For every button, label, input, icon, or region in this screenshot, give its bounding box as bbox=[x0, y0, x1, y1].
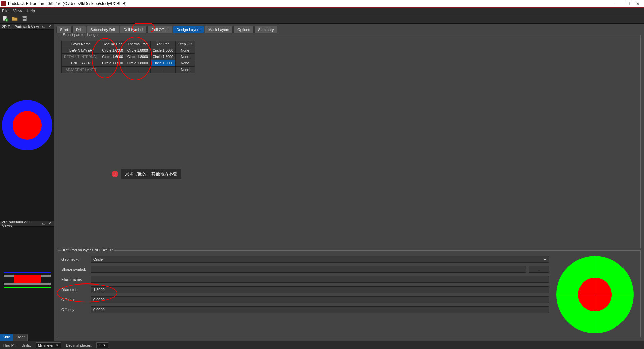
edit-pad-group: Anti Pad on layer END LAYER Geometry: Ci… bbox=[58, 250, 641, 337]
geometry-label: Geometry: bbox=[61, 257, 88, 261]
maximize-button[interactable]: ☐ bbox=[626, 1, 630, 6]
select-pad-title: Select pad to change bbox=[61, 33, 99, 37]
open-folder-icon[interactable] bbox=[11, 15, 18, 22]
undock-icon[interactable]: ▭ bbox=[41, 24, 46, 29]
geometry-select[interactable]: Circle▼ bbox=[91, 256, 549, 263]
svg-rect-4 bbox=[23, 16, 26, 18]
shape-symbol-label: Shape symbol: bbox=[61, 267, 88, 271]
status-bar: Thru Pin Units: Millimeter▼ Decimal plac… bbox=[0, 341, 644, 349]
side-view-panel-header: 2D Padstack Side Views ▭ ✕ bbox=[0, 221, 54, 227]
table-row[interactable]: DEFAULT INTERNAL Circle 1.6000 Circle 1.… bbox=[62, 54, 195, 60]
table-row[interactable]: ADJACENT LAYER - - - None bbox=[62, 67, 195, 73]
decimal-places-label: Decimal places: bbox=[66, 343, 92, 347]
close-panel-icon[interactable]: ✕ bbox=[47, 221, 52, 226]
new-file-icon[interactable]: + bbox=[2, 15, 9, 22]
tab-drill-symbol[interactable]: Drill Symbol bbox=[120, 26, 147, 33]
tab-drill-offset[interactable]: Drill Offset bbox=[147, 26, 172, 33]
side-padstack-view: Side Front bbox=[0, 227, 54, 341]
pad-outer-circle bbox=[2, 100, 52, 150]
col-regular-pad: Regular Pad bbox=[100, 41, 125, 47]
browse-button[interactable]: ... bbox=[529, 266, 549, 273]
preview-outer-circle bbox=[556, 256, 634, 333]
layer-table[interactable]: Layer Name Regular Pad Thermal Pad Anti … bbox=[61, 41, 195, 73]
shape-symbol-input[interactable] bbox=[91, 266, 526, 273]
workarea: Select pad to change Layer Name Regular … bbox=[54, 33, 644, 341]
status-thru-pin: Thru Pin bbox=[3, 343, 17, 347]
annotation-note: 1 只填写圈的，其他地方不管 bbox=[112, 169, 181, 179]
edit-pad-title: Anti Pad on layer END LAYER bbox=[61, 248, 114, 252]
annotation-text: 只填写圈的，其他地方不管 bbox=[121, 169, 181, 179]
tab-secondary-drill[interactable]: Secondary Drill bbox=[87, 26, 119, 33]
offset-x-label: Offset x: bbox=[61, 298, 88, 302]
window-title: Padstack Editor: thru_0r9_1r6 (C:/Users/… bbox=[8, 1, 615, 6]
table-row[interactable]: END LAYER Circle 1.6000 Circle 1.8000 Ci… bbox=[62, 60, 195, 67]
menu-view[interactable]: View bbox=[13, 9, 22, 13]
menu-help[interactable]: Help bbox=[27, 9, 35, 13]
tab-design-layers[interactable]: Design Layers bbox=[173, 26, 204, 33]
flash-name-input[interactable] bbox=[91, 276, 549, 283]
side-view-title: 2D Padstack Side Views bbox=[2, 220, 40, 228]
tab-start[interactable]: Start bbox=[56, 26, 72, 33]
svg-text:+: + bbox=[6, 19, 7, 22]
select-pad-group: Select pad to change Layer Name Regular … bbox=[58, 35, 641, 248]
units-select[interactable]: Millimeter▼ bbox=[36, 342, 61, 348]
diameter-label: Diameter: bbox=[61, 288, 88, 292]
units-label: Units: bbox=[22, 343, 31, 347]
edit-form: Geometry: Circle▼ Shape symbol: ... Flas… bbox=[61, 256, 553, 333]
flash-name-label: Flash name: bbox=[61, 277, 88, 281]
chevron-down-icon: ▼ bbox=[56, 344, 59, 347]
chevron-down-icon: ▼ bbox=[103, 344, 106, 347]
undock-icon[interactable]: ▭ bbox=[41, 221, 46, 226]
menu-file[interactable]: File bbox=[2, 9, 8, 13]
tab-drill[interactable]: Drill bbox=[72, 26, 86, 33]
app-icon bbox=[1, 1, 6, 6]
top-view-panel-header: 2D Top Padstack View ▭ ✕ bbox=[0, 24, 54, 30]
tab-summary[interactable]: Summary bbox=[254, 26, 277, 33]
offset-x-input[interactable] bbox=[91, 296, 549, 303]
side-view-canvas[interactable] bbox=[0, 227, 54, 334]
side-tab[interactable]: Side bbox=[0, 334, 13, 341]
main-content: Start Drill Secondary Drill Drill Symbol… bbox=[54, 24, 644, 341]
table-header-row: Layer Name Regular Pad Thermal Pad Anti … bbox=[62, 41, 195, 47]
offset-y-input[interactable] bbox=[91, 306, 549, 313]
pad-inner-circle bbox=[13, 111, 42, 140]
col-anti-pad: Anti Pad bbox=[150, 41, 175, 47]
decimal-places-select[interactable]: 4▼ bbox=[96, 342, 108, 348]
offset-y-label: Offset y: bbox=[61, 308, 88, 312]
save-icon[interactable] bbox=[21, 15, 28, 22]
tab-mask-layers[interactable]: Mask Layers bbox=[205, 26, 233, 33]
pad-preview bbox=[553, 256, 637, 333]
crosshair-v bbox=[595, 256, 595, 333]
side-stack-graphic bbox=[4, 272, 51, 289]
window-titlebar: Padstack Editor: thru_0r9_1r6 (C:/Users/… bbox=[0, 0, 644, 7]
svg-rect-5 bbox=[23, 19, 26, 21]
side-view-tabs: Side Front bbox=[0, 334, 54, 341]
chevron-down-icon: ▼ bbox=[543, 258, 547, 261]
table-row[interactable]: BEGIN LAYER Circle 1.6000 Circle 1.8000 … bbox=[62, 47, 195, 54]
annotation-badge: 1 bbox=[112, 171, 118, 177]
col-layer-name: Layer Name bbox=[62, 41, 100, 47]
close-button[interactable]: ✕ bbox=[636, 1, 640, 6]
minimize-button[interactable]: — bbox=[615, 1, 619, 6]
tab-options[interactable]: Options bbox=[233, 26, 254, 33]
top-view-title: 2D Top Padstack View bbox=[2, 25, 40, 29]
close-panel-icon[interactable]: ✕ bbox=[47, 24, 52, 29]
toolbar: + bbox=[0, 14, 644, 24]
editor-tabs: Start Drill Secondary Drill Drill Symbol… bbox=[54, 24, 644, 33]
diameter-input[interactable] bbox=[91, 286, 549, 293]
col-thermal-pad: Thermal Pad bbox=[125, 41, 151, 47]
window-controls: — ☐ ✕ bbox=[615, 1, 643, 6]
col-keep-out: Keep Out bbox=[175, 41, 195, 47]
menu-bar: File View Help bbox=[0, 7, 644, 14]
top-padstack-view[interactable] bbox=[0, 30, 54, 221]
left-sidebar: 2D Top Padstack View ▭ ✕ 2D Padstack Sid… bbox=[0, 24, 54, 341]
front-tab[interactable]: Front bbox=[13, 334, 28, 341]
